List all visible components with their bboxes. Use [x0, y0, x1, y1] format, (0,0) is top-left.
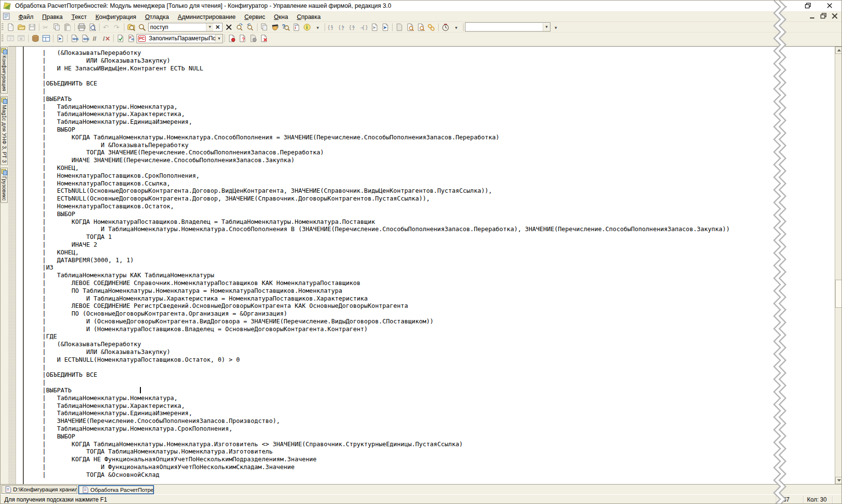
doc-search-icon[interactable] — [405, 22, 415, 32]
undo-icon[interactable]: ↶ — [101, 22, 112, 32]
status-column-indicator: Кол: 30 — [807, 496, 826, 503]
mdi-restore-button[interactable] — [820, 12, 827, 20]
breakpoint-icon[interactable] — [226, 34, 237, 43]
form-icon[interactable] — [41, 34, 52, 43]
toolbar-grip[interactable] — [1, 23, 3, 31]
mdi-close-button[interactable] — [831, 12, 839, 20]
procedure-selector-combobox[interactable]: РСЗаполнитьПараметрыПоступле▼ — [137, 34, 223, 43]
print-preview-icon[interactable] — [87, 22, 98, 32]
copy-icon[interactable] — [52, 22, 62, 32]
add-comment-icon[interactable]: // — [90, 34, 101, 43]
open-icon[interactable] — [16, 22, 27, 32]
more-timer-icon[interactable]: ▼ — [451, 22, 462, 32]
menu-item-правка[interactable]: Правка — [38, 13, 67, 21]
side-tab-2[interactable]: Mag1с для УНФ 3, РТ 3 — [0, 96, 8, 165]
new-document-icon[interactable] — [5, 22, 16, 32]
goto-procedure-icon[interactable]: { }↓ — [326, 22, 337, 32]
copy-format-icon[interactable] — [259, 22, 270, 32]
next-procedure-icon[interactable]: { }→ — [337, 22, 348, 32]
toolbar-grip[interactable] — [1, 34, 3, 42]
more-buttons-icon[interactable]: ▼ — [312, 22, 323, 32]
window-tab-1[interactable]: D:\Конфигурация хранилищ... — [1, 485, 77, 494]
save-icon[interactable] — [27, 22, 37, 32]
doc-search2-icon[interactable] — [415, 22, 426, 32]
redo-icon[interactable]: ↷ — [112, 22, 122, 32]
breakpoint-disable-icon[interactable] — [248, 34, 258, 43]
window-tab-2[interactable]: Обработка РасчетПотребно... — [78, 485, 154, 494]
search-box: ▼✕ — [148, 23, 223, 32]
vertical-scrollbar[interactable] — [835, 47, 842, 484]
window-close-icon[interactable] — [16, 34, 27, 43]
configurator-window: { "window": { "title": "Обработка Расчет… — [0, 0, 842, 504]
goto-definition-icon[interactable]: { }→ — [359, 22, 369, 32]
menu-item-администрирование[interactable]: Администрирование — [173, 13, 240, 21]
module-code-text[interactable]: | (&ПоказыватьПереработку | ИЛИ &Показыв… — [16, 49, 730, 479]
remove-comment-icon[interactable]: / — [101, 34, 112, 43]
timer-icon[interactable] — [440, 22, 451, 32]
menu-item-файл[interactable]: Файл — [14, 13, 38, 21]
toolbar-main: ✂↶↷▼✕↷↶?ii▼{ }↓{ }→{ }←{ }→➤➤▼▼▼ — [0, 22, 842, 33]
scroll-up-button[interactable] — [835, 47, 842, 54]
scrollbar-thumb[interactable] — [835, 280, 842, 308]
paste-icon[interactable] — [62, 22, 73, 32]
mdi-minimize-button[interactable] — [808, 12, 816, 20]
search-input[interactable] — [149, 23, 206, 31]
back-ref-icon[interactable]: ➤ — [369, 22, 380, 32]
side-tab-3[interactable]: Грузовикс — [0, 168, 8, 203]
chevron-down-icon[interactable]: ▼ — [215, 34, 223, 42]
context-help-icon[interactable]: ? — [280, 22, 291, 32]
doc-info-icon[interactable]: i — [291, 22, 302, 32]
search-history-dropdown-icon[interactable]: ▼ — [206, 23, 213, 31]
syntax-assistant-icon[interactable] — [270, 22, 280, 32]
find-prev-icon[interactable]: ↶ — [245, 22, 256, 32]
extension-icon — [1, 169, 7, 175]
side-panel-tabs: КонфигурацияMag1с для УНФ 3, РТ 3Грузови… — [0, 44, 8, 484]
menu-item-сервис[interactable]: Сервис — [240, 13, 270, 21]
breakpoint-condition-icon[interactable]: ? — [237, 34, 248, 43]
breakpoint-remove-all-icon[interactable] — [258, 34, 269, 43]
window-help-icon[interactable]: ? — [5, 34, 16, 43]
goto-module-icon[interactable]: ➤ — [55, 34, 66, 43]
goto-line-icon[interactable]: ➤ — [380, 22, 391, 32]
text-caret — [140, 387, 141, 393]
find-icon[interactable] — [137, 22, 147, 32]
toolbar-separator — [53, 34, 53, 42]
toolbar-separator — [438, 23, 439, 31]
cut-icon[interactable]: ✂ — [41, 22, 52, 32]
window-tab-label: D:\Конфигурация хранилищ... — [13, 487, 77, 492]
doc-plain-icon[interactable] — [394, 22, 405, 32]
status-separator — [803, 496, 804, 504]
clear-search-icon[interactable] — [223, 22, 234, 32]
find-next-icon[interactable]: ↷ — [234, 22, 245, 32]
procedures-list-icon[interactable]: Pю — [126, 34, 137, 43]
search-clear-icon[interactable]: ✕ — [213, 23, 222, 31]
window-close-button[interactable] — [826, 2, 833, 9]
scroll-down-button[interactable] — [835, 477, 842, 484]
arrow-down-icon — [837, 479, 841, 482]
menu-item-окна[interactable]: Окна — [270, 13, 292, 21]
arrow-up-icon — [837, 49, 841, 51]
unformat-block-icon[interactable]: ФВ — [80, 34, 90, 43]
menu-item-справка[interactable]: Справка — [292, 13, 325, 21]
find-in-files-icon[interactable] — [126, 22, 137, 32]
print-icon[interactable] — [76, 22, 87, 32]
info-icon[interactable]: i — [302, 22, 312, 32]
syntax-check-icon[interactable] — [115, 34, 126, 43]
database-icon[interactable] — [30, 34, 41, 43]
chain-links-icon[interactable] — [426, 22, 437, 32]
menu-item-конфигурация[interactable]: Конфигурация — [91, 13, 140, 21]
chevron-down-icon[interactable]: ▼ — [543, 23, 550, 31]
window-restore-button[interactable] — [804, 2, 811, 9]
code-editor[interactable]: | (&ПоказыватьПереработку | ИЛИ &Показыв… — [8, 46, 842, 484]
format-block-icon[interactable]: ФВ — [69, 34, 80, 43]
toolbar-separator — [39, 23, 39, 31]
svg-text:↶: ↶ — [247, 23, 251, 27]
side-tab-1[interactable]: Конфигурация — [0, 47, 8, 94]
screenshot-tear-zigzag — [770, 0, 790, 504]
menu-item-текст[interactable]: Текст — [67, 13, 91, 21]
quick-select-combobox[interactable]: ▼ — [465, 22, 550, 32]
menu-item-отладка[interactable]: Отладка — [140, 13, 173, 21]
toolbar-overflow-icon[interactable]: ▼ — [550, 22, 561, 32]
prev-procedure-icon[interactable]: { }← — [348, 22, 359, 32]
procedure-icon: РС — [138, 35, 146, 42]
